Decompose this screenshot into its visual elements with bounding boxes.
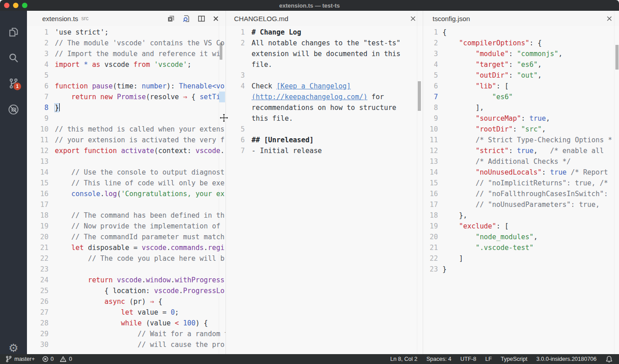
code-line[interactable]: 19 "exclude": [ [423,221,619,232]
tab-description: src [81,15,88,22]
code-line[interactable]: 2 "compilerOptions": { [423,38,619,48]
code-line[interactable]: 1# Change Log [226,27,423,38]
code-line[interactable]: 17 [27,199,225,210]
code-line[interactable]: 5 "outDir": "out", [423,70,619,81]
indentation-status[interactable]: Spaces: 4 [426,356,451,362]
tab-changelog-md[interactable]: CHANGELOG.md [226,11,423,26]
cursor-position-status[interactable]: Ln 8, Col 2 [390,356,417,362]
code-line[interactable]: 15 // This line of code will only be exe [27,178,225,189]
code-line[interactable]: 22 ] [423,253,619,264]
scrollbar-thumb[interactable] [220,43,222,60]
line-number: 8 [423,102,438,113]
code-line[interactable]: 24 return vscode.window.withProgress [27,275,225,285]
explorer-files-icon[interactable] [8,26,19,38]
close-icon[interactable] [410,15,416,22]
code-line[interactable]: 1'use strict'; [27,27,225,38]
code-line[interactable]: 19 // Now provide the implementation of [27,221,225,232]
code-line[interactable]: 18 // The command has been defined in th [27,210,225,221]
code-line[interactable]: 13 [27,156,225,167]
split-editor-icon[interactable] [197,14,206,23]
code-line[interactable]: 10 "rootDir": "src", [423,124,619,135]
code-line[interactable]: 4import * as vscode from 'vscode'; [27,59,225,70]
code-line[interactable]: 7 "es6" [423,92,619,102]
code-line[interactable]: 15 // "noImplicitReturns": true, /* [423,178,619,189]
code-line[interactable]: 2// The module 'vscode' contains the VS … [27,38,225,48]
tab-tsconfig-json[interactable]: tsconfig.json [423,11,619,26]
documents-x-icon[interactable] [167,14,175,23]
language-mode-status[interactable]: TypeScript [501,356,527,362]
code-line[interactable]: 23} [423,264,619,275]
code-line[interactable]: 12export function activate(context: vsco… [27,145,225,156]
code-line[interactable]: file. [226,59,423,70]
code-line[interactable]: 6## [Unreleased] [226,135,423,145]
code-line[interactable]: 18 }, [423,210,619,221]
line-number: 6 [423,81,438,92]
close-icon[interactable] [212,15,219,22]
code-line[interactable]: 14 "noUnusedLocals": true /* Report [423,167,619,178]
tab-extension-ts[interactable]: extension.ts src [27,11,225,26]
file-search-icon[interactable] [182,14,190,23]
code-line[interactable]: 29 // Wait for a random ti [27,329,225,339]
code-line[interactable]: 25 { location: vscode.ProgressLo [27,285,225,296]
code-line[interactable]: 4Check [Keep a Changelog] [226,81,423,92]
code-line[interactable]: 6 "lib": [ [423,81,619,92]
code-line[interactable]: 8 ], [423,102,619,113]
code-line[interactable]: 7 return new Promise(resolve ⇒ { setTi [27,92,225,102]
gear-icon[interactable]: ⚙ [7,342,20,355]
code-line[interactable]: 6function pause(time: number): Thenable<… [27,81,225,92]
code-line[interactable]: 20 // The commandId parameter must match [27,232,225,242]
code-editor-extension-ts[interactable]: 1'use strict';2// The module 'vscode' co… [27,26,225,350]
code-line[interactable]: 2All notable changes to the "test-ts" [226,38,423,48]
code-editor-changelog-md[interactable]: 1# Change Log2All notable changes to the… [226,26,423,156]
code-line[interactable]: (http://keepachangelog.com/) for [226,92,423,102]
problems-status[interactable]: 0 0 [42,356,72,362]
search-icon[interactable] [8,52,19,64]
code-line[interactable]: 26 async (pr) ⇒ { [27,296,225,307]
close-icon[interactable] [606,15,613,22]
code-line[interactable]: 22 // The code you place here will b [27,253,225,264]
code-line[interactable]: 3 "module": "commonjs", [423,48,619,59]
code-line[interactable]: this file. [226,113,423,124]
code-line[interactable]: 21 let disposable = vscode.commands.regi [27,242,225,253]
code-line[interactable]: 17 // "noUnusedParameters": true, [423,199,619,210]
bell-icon[interactable] [606,355,613,363]
git-branch-status[interactable]: master+ [5,355,35,363]
code-line[interactable]: recommendations on how to structure [226,102,423,113]
code-line[interactable]: 11 /* Strict Type-Checking Options * [423,135,619,145]
scrollbar-thumb[interactable] [615,45,619,70]
code-line[interactable]: 28 while (value < 100) { [27,318,225,329]
debug-disabled-icon[interactable] [8,104,19,115]
code-line[interactable]: 3 [226,70,423,81]
code-line[interactable]: 23 [27,264,225,275]
code-line[interactable]: 7- Initial release [226,145,423,156]
code-line[interactable]: 16 console.log('Congratulations, your ex [27,189,225,199]
code-line[interactable]: 11// your extension is activated the ver… [27,135,225,145]
error-count: 0 [51,356,54,362]
scrollbar-track[interactable] [417,11,423,354]
scrollbar-track[interactable] [219,11,225,354]
code-line[interactable]: 12 "strict": true, /* enable all [423,145,619,156]
encoding-status[interactable]: UTF-8 [460,356,476,362]
code-line[interactable]: 5 [27,70,225,81]
code-line[interactable]: 30 // will cause the pro [27,339,225,350]
code-line[interactable]: 10// this method is called when your ext… [27,124,225,135]
code-line[interactable]: 9 [27,113,225,124]
code-line[interactable]: 9 "sourceMap": true, [423,113,619,124]
code-editor-tsconfig-json[interactable]: 1{2 "compilerOptions": {3 "module": "com… [423,26,619,275]
line-number: 10 [423,124,438,135]
code-line[interactable]: 3// Import the module and reference it w… [27,48,225,59]
code-line[interactable]: 8} [27,102,225,113]
eol-status[interactable]: LF [485,356,492,362]
code-line[interactable]: 13 /* Additional Checks */ [423,156,619,167]
tab-title: extension.ts [42,15,78,22]
code-line[interactable]: 21 ".vscode-test" [423,242,619,253]
code-line[interactable]: 16 // "noFallthroughCasesInSwitch": [423,189,619,199]
code-line[interactable]: 4 "target": "es6", [423,59,619,70]
scrollbar-thumb[interactable] [418,81,421,111]
code-line[interactable]: extension will be documented in this [226,48,423,59]
code-line[interactable]: 20 "node_modules", [423,232,619,242]
code-line[interactable]: 1{ [423,27,619,38]
code-line[interactable]: 5 [226,124,423,135]
code-line[interactable]: 27 let value = 0; [27,307,225,318]
code-line[interactable]: 14 // Use the console to output diagnost [27,167,225,178]
